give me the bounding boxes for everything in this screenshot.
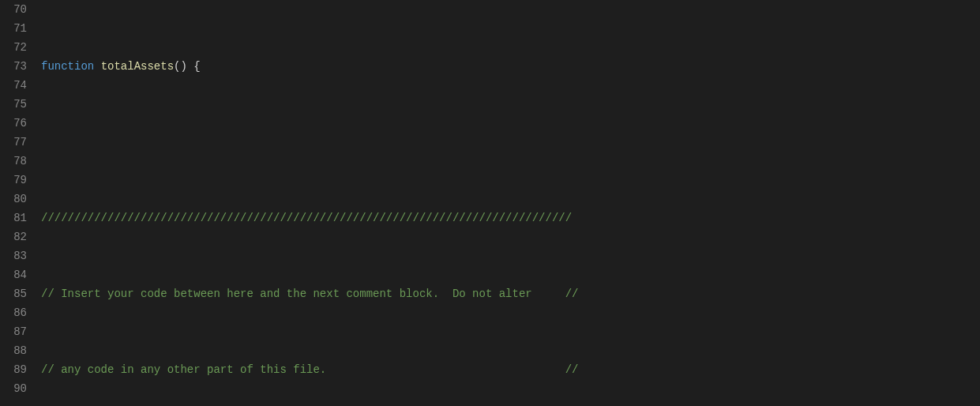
line-number: 83 <box>0 246 27 265</box>
line-number: 74 <box>0 76 27 95</box>
line-number: 89 <box>0 360 27 379</box>
line-number: 82 <box>0 227 27 246</box>
code-line[interactable]: // Insert your code between here and the… <box>41 284 980 303</box>
line-number: 80 <box>0 190 27 209</box>
comment: ////////////////////////////////////////… <box>41 212 572 224</box>
code-content[interactable]: function totalAssets() { ///////////////… <box>41 0 980 406</box>
code-line[interactable]: ////////////////////////////////////////… <box>41 209 980 227</box>
line-number: 72 <box>0 38 27 57</box>
code-line[interactable]: function totalAssets() { <box>41 57 980 76</box>
line-number: 77 <box>0 133 27 152</box>
line-number: 75 <box>0 95 27 114</box>
line-number: 88 <box>0 341 27 360</box>
code-editor[interactable]: 70 71 72 73 74 75 76 77 78 79 80 81 82 8… <box>0 0 980 406</box>
code-line[interactable] <box>41 133 980 152</box>
line-number: 85 <box>0 284 27 303</box>
line-number: 90 <box>0 379 27 398</box>
line-number-gutter: 70 71 72 73 74 75 76 77 78 79 80 81 82 8… <box>0 0 41 406</box>
line-number: 84 <box>0 265 27 284</box>
line-number: 73 <box>0 57 27 76</box>
line-number: 71 <box>0 19 27 38</box>
function-name: totalAssets <box>101 60 174 73</box>
comment: // Insert your code between here and the… <box>41 288 579 300</box>
line-number: 79 <box>0 171 27 190</box>
line-number: 87 <box>0 322 27 341</box>
line-number: 70 <box>0 0 27 19</box>
line-number: 86 <box>0 303 27 322</box>
line-number: 76 <box>0 114 27 133</box>
line-number: 78 <box>0 152 27 171</box>
line-number: 81 <box>0 209 27 227</box>
keyword-function: function <box>41 60 94 73</box>
code-line[interactable]: // any code in any other part of this fi… <box>41 360 980 379</box>
comment: // any code in any other part of this fi… <box>41 363 579 376</box>
